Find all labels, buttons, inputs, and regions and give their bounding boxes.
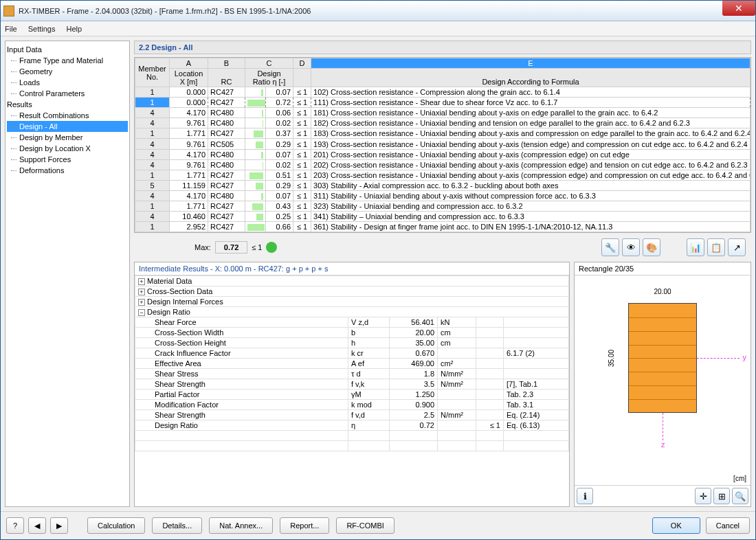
dim-width: 20.00	[628, 288, 697, 295]
zoom-icon[interactable]: 🔍	[732, 488, 748, 504]
tree-frame-type[interactable]: Frame Type and Material	[7, 55, 128, 66]
detail-row[interactable]: Shear Strengthf v,k3.5N/mm²[7], Tab.1	[135, 379, 569, 390]
window-title: RX-TIMBER - Frame - 2.04.0003 (32bit) - …	[19, 7, 311, 15]
table-row[interactable]: 410.460RC4270.25≤ 1341) Stability – Unia…	[135, 212, 751, 222]
table-row[interactable]: 10.000RC4270.07≤ 1102) Cross-section res…	[135, 87, 751, 98]
detail-row[interactable]: Cross-Section Widthb20.00cm	[135, 328, 569, 338]
help-button[interactable]: ?	[6, 517, 24, 534]
nav-tree: Input Data Frame Type and Material Geome…	[5, 41, 130, 507]
view-icon[interactable]: 👁	[622, 238, 640, 256]
detail-row[interactable]: Modification Factork mod0.900Tab. 3.1	[135, 400, 569, 410]
table-row[interactable]: 44.170RC4800.07≤ 1311) Stability - Uniax…	[135, 190, 751, 201]
axis-y	[697, 358, 740, 359]
detail-title: Intermediate Results - X: 0.000 m - RC42…	[135, 262, 569, 275]
table-row[interactable]: 11.771RC4270.43≤ 1323) Stability - Uniax…	[135, 201, 751, 212]
col-b: B	[208, 58, 245, 69]
filter-icon[interactable]: 🔧	[601, 238, 619, 256]
tree-geometry[interactable]: Geometry	[7, 66, 128, 77]
table-row[interactable]: 12.952RC4270.66≤ 1361) Stability - Desig…	[135, 222, 751, 232]
prev-button[interactable]: ◀	[28, 517, 46, 534]
detail-row[interactable]: Shear Strengthf v,d2.5N/mm²Eq. (2.14)	[135, 410, 569, 420]
tree-input-data[interactable]: Input Data	[7, 44, 128, 55]
menu-settings[interactable]: Settings	[28, 25, 56, 33]
detail-row[interactable]: Effective AreaA ef469.00cm²	[135, 359, 569, 369]
chart-icon[interactable]: 📊	[687, 238, 704, 256]
info-icon[interactable]: ℹ	[577, 488, 593, 504]
axis-icon[interactable]: ✛	[695, 488, 711, 504]
hdr-design: DesignRatio η [-]	[245, 69, 293, 87]
next-button[interactable]: ▶	[50, 517, 68, 534]
hdr-formula: Design According to Formula	[311, 69, 751, 87]
max-label: Max:	[194, 243, 211, 251]
app-icon	[3, 5, 14, 16]
table-row[interactable]: 10.000RC4270.72≤ 1111) Cross-section res…	[135, 98, 751, 108]
max-value: 0.72	[215, 241, 247, 254]
detail-row[interactable]: Partial FactorγM1.250Tab. 2.3	[135, 390, 569, 400]
hdr-rc: RC	[208, 69, 245, 87]
tree-design-by-member[interactable]: Design by Member	[7, 132, 128, 143]
hdr-location: LocationX [m]	[170, 69, 208, 87]
calculation-button[interactable]: Calculation	[87, 517, 145, 534]
menubar: File Settings Help	[1, 21, 755, 36]
tree-result-combinations[interactable]: Result Combinations	[7, 110, 128, 121]
details-button[interactable]: Details...	[152, 517, 202, 534]
table-row[interactable]: 49.761RC5050.29≤ 1193) Cross-section res…	[135, 139, 751, 149]
max-condition: ≤ 1	[252, 243, 262, 251]
ok-button[interactable]: OK	[652, 517, 700, 534]
menu-help[interactable]: Help	[66, 25, 82, 33]
dim-height: 35.00	[608, 303, 615, 413]
axis-z	[663, 413, 663, 440]
titlebar: RX-TIMBER - Frame - 2.04.0003 (32bit) - …	[1, 1, 755, 21]
report-button[interactable]: Report...	[280, 517, 329, 534]
detail-row[interactable]: Crack Influence Factork cr0.6706.1.7 (2)	[135, 348, 569, 359]
tree-control-params[interactable]: Control Parameters	[7, 88, 128, 99]
results-table[interactable]: MemberNo. A B C D E LocationX [m] RC Des…	[135, 58, 751, 232]
tree-support-forces[interactable]: Support Forces	[7, 154, 128, 165]
tree-design-by-location[interactable]: Design by Location X	[7, 143, 128, 154]
hdr-blank	[293, 69, 311, 87]
tree-deformations[interactable]: Deformations	[7, 165, 128, 176]
col-member: MemberNo.	[135, 58, 170, 87]
cs-title: Rectangle 20/35	[575, 262, 751, 275]
unit-label: [cm]	[733, 475, 746, 482]
nat-annex-button[interactable]: Nat. Annex...	[209, 517, 273, 534]
cross-section-view: 20.00 35.00 [cm]	[575, 275, 751, 485]
table-row[interactable]: 11.771RC4270.37≤ 1183) Cross-section res…	[135, 128, 751, 139]
col-c: C	[245, 58, 293, 69]
tree-results[interactable]: Results	[7, 99, 128, 110]
detail-row[interactable]: Cross-Section Heighth35.00cm	[135, 338, 569, 348]
table-row[interactable]: 49.761RC4800.02≤ 1182) Cross-section res…	[135, 118, 751, 128]
col-a: A	[170, 58, 208, 69]
rf-combi-button[interactable]: RF-COMBI	[336, 517, 394, 534]
table-row[interactable]: 11.771RC4270.51≤ 1203) Cross-section res…	[135, 170, 751, 180]
table-row[interactable]: 511.159RC4270.29≤ 1303) Stability - Axia…	[135, 180, 751, 190]
table-row[interactable]: 49.761RC4800.02≤ 1202) Cross-section res…	[135, 159, 751, 170]
detail-row[interactable]: Shear Stressτ d1.8N/mm²	[135, 369, 569, 379]
tree-design-all[interactable]: Design - All	[7, 121, 128, 132]
col-e: E	[311, 58, 751, 69]
detail-row[interactable]: Design Ratioη0.72≤ 1Eq. (6.13)	[135, 420, 569, 431]
list-icon[interactable]: 📋	[707, 238, 725, 256]
cancel-button[interactable]: Cancel	[706, 517, 750, 534]
color-icon[interactable]: 🎨	[643, 238, 660, 256]
close-button[interactable]: ✕	[722, 1, 755, 16]
dimension-icon[interactable]: ⊞	[713, 488, 730, 504]
section-title: 2.2 Design - All	[134, 41, 751, 54]
menu-file[interactable]: File	[5, 25, 17, 33]
table-row[interactable]: 44.170RC4800.06≤ 1181) Cross-section res…	[135, 108, 751, 118]
tree-loads[interactable]: Loads	[7, 77, 128, 88]
export-icon[interactable]: ↗	[728, 238, 746, 256]
table-row[interactable]: 44.170RC4800.07≤ 1201) Cross-section res…	[135, 149, 751, 159]
section-rectangle	[628, 303, 697, 413]
detail-table[interactable]: +Material Data+Cross-Section Data+Design…	[135, 275, 569, 451]
col-d: D	[293, 58, 311, 69]
ok-icon	[266, 242, 277, 253]
detail-row[interactable]: Shear ForceV z,d56.401kN	[135, 317, 569, 328]
